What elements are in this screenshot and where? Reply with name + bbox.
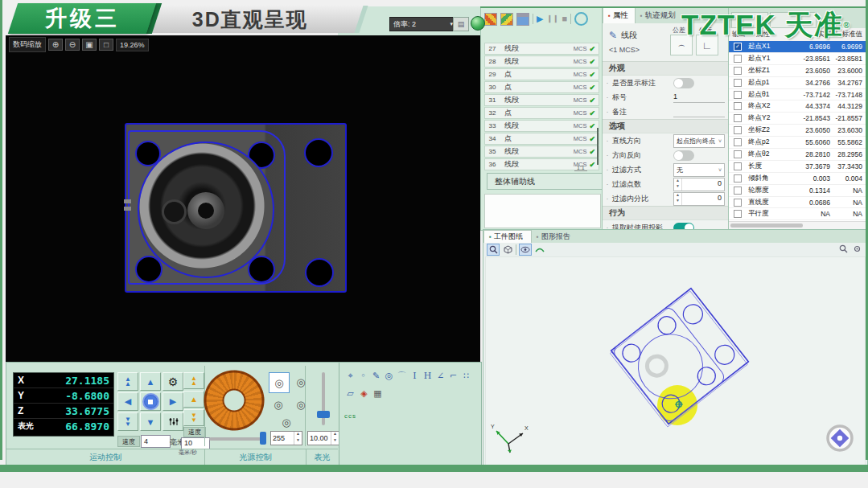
output-checkbox[interactable] [734, 162, 742, 170]
camera-status-orb-icon[interactable] [471, 16, 485, 31]
results-tab[interactable] [731, 12, 768, 28]
output-checkbox[interactable] [734, 91, 742, 99]
output-checkbox[interactable] [734, 199, 742, 207]
toggle-switch[interactable] [673, 150, 694, 161]
region-zoom-icon[interactable]: ▣ [82, 39, 97, 51]
output-checkbox[interactable] [734, 174, 742, 182]
result-row[interactable]: 起点p134.276634.2767 [729, 77, 867, 89]
step-row[interactable]: 31线段MCS✔ [484, 94, 599, 106]
toggle-switch[interactable] [673, 78, 694, 88]
pause-icon[interactable]: ❙❙ [546, 15, 558, 23]
output-checkbox[interactable] [734, 126, 742, 134]
output-checkbox[interactable] [734, 67, 742, 75]
arc-tool-icon[interactable]: ⌒ [396, 369, 408, 382]
zoom-out-icon[interactable]: ⊖ [65, 39, 80, 51]
z-speed-input[interactable]: 10 [181, 437, 210, 449]
step-row[interactable]: 30点MCS✔ [484, 81, 599, 93]
spin-down-icon[interactable]: ▼ [294, 438, 302, 445]
fillet-tool-icon[interactable]: ⌐ [447, 369, 459, 382]
property-spinner[interactable]: ▲▼0 [673, 192, 725, 206]
loop-icon[interactable] [574, 12, 588, 26]
tab-properties[interactable]: ▪ 属性 [603, 7, 636, 23]
result-row[interactable]: 轮廓度0.1314NA [729, 185, 867, 197]
cad-zoom-icon[interactable] [837, 244, 849, 254]
z-up-fast-button[interactable]: ▲▲ [183, 372, 204, 389]
csys-tool-icon[interactable]: ⌖ [344, 369, 356, 382]
result-row[interactable]: 长度37.367937.3430 [729, 161, 867, 173]
result-row[interactable]: ✓起点X16.96966.9699 [729, 41, 867, 53]
property-input[interactable] [673, 106, 725, 117]
zoom-in-icon[interactable]: ⊕ [48, 39, 63, 51]
step-row[interactable]: 34点MCS✔ [484, 133, 599, 145]
overall-auxiliary-line-button[interactable]: 整体辅助线 [487, 173, 605, 190]
joystick-settings-button[interactable] [162, 412, 183, 431]
property-input[interactable]: 1 [673, 92, 725, 103]
step-row[interactable]: 27线段MCS✔ [484, 43, 599, 55]
ring-light-zone-icon[interactable]: ◎ [269, 372, 290, 393]
result-row[interactable]: 倾斜角0.0030.004 [729, 173, 867, 185]
step-row[interactable]: 35线段MCS✔ [484, 146, 599, 158]
zoom-fit-icon[interactable] [487, 244, 500, 256]
jog-down-fast-button[interactable]: ▼▼ [117, 412, 138, 431]
step-row[interactable]: 29点MCS✔ [484, 68, 599, 80]
result-row[interactable]: 直线度0.0686NA [729, 197, 867, 209]
coordinate-button[interactable]: ∟ [696, 35, 718, 55]
tab-trajectory-planning[interactable]: ▪ 轨迹规划 [636, 8, 682, 23]
light-slider-handle[interactable] [260, 432, 266, 445]
step-row[interactable]: 33线段MCS✔ [484, 120, 599, 132]
view-3d-cube-icon[interactable] [502, 244, 513, 255]
calculator-tool-icon[interactable]: ▦ [372, 387, 384, 400]
output-checkbox[interactable] [734, 150, 742, 158]
output-checkbox[interactable] [734, 187, 742, 195]
output-checkbox[interactable] [734, 79, 742, 87]
tolerance-button[interactable]: ⌢ [670, 35, 693, 55]
output-checkbox[interactable] [734, 55, 742, 63]
angle-tool-icon[interactable]: ∠ [434, 369, 446, 382]
save-icon[interactable] [516, 13, 529, 26]
combine-tool-icon[interactable]: ◈ [358, 387, 370, 400]
z-up-button[interactable]: ▲ [183, 391, 204, 408]
width-measure-tool-icon[interactable]: H [422, 369, 434, 382]
stop-icon[interactable]: ■ [562, 14, 568, 23]
magnification-select[interactable]: 倍率: 2 ▾ [389, 17, 457, 31]
output-checkbox[interactable] [734, 102, 742, 110]
spin-down-icon[interactable]: ▼ [674, 184, 681, 191]
surface-light-spinbox[interactable]: 10.00 ▲▼ [307, 431, 339, 445]
tab-graphic-report[interactable]: ▪ 图形报告 [532, 230, 578, 243]
light-intensity-spinbox[interactable]: 255 ▲▼ [270, 431, 302, 445]
light-intensity-slider[interactable] [209, 437, 265, 441]
spin-down-icon[interactable]: ▼ [674, 199, 681, 205]
light-intensity-value[interactable]: 255 [271, 432, 294, 445]
show-annotations-eye-icon[interactable] [519, 244, 532, 256]
result-row[interactable]: 终点Y2-21.8543-21.8557 [729, 113, 867, 125]
jog-down-button[interactable]: ▼ [140, 412, 161, 431]
result-row[interactable]: 终点p255.606055.5862 [729, 137, 867, 149]
fit-view-icon[interactable]: □ [99, 39, 113, 51]
result-row[interactable]: 终点X244.337444.3129 [729, 100, 867, 113]
step-row[interactable]: 32点MCS✔ [484, 107, 599, 119]
point-tool-icon[interactable]: ◦ [357, 369, 369, 382]
result-row[interactable]: 坐标Z123.605023.6000 [729, 65, 867, 77]
jog-stop-button[interactable] [140, 392, 161, 411]
jog-up-button[interactable]: ▲ [140, 372, 161, 391]
height-measure-tool-icon[interactable]: I [409, 369, 421, 382]
ring-light-zone-icon[interactable]: ◎ [291, 395, 311, 414]
output-checkbox[interactable] [734, 210, 742, 218]
results-tab[interactable] [770, 12, 817, 28]
property-select[interactable]: 无˅ [673, 163, 725, 177]
property-spinner[interactable]: ▲▼0 [673, 178, 725, 191]
tab-workpiece-drawing[interactable]: ▪ 工件图纸 [483, 230, 532, 243]
show-profile-icon[interactable] [534, 244, 545, 255]
ring-light-zone-icon[interactable]: ◎ [269, 395, 288, 414]
result-row[interactable]: 起点θ1-73.7142-73.7148 [729, 89, 867, 101]
column-header[interactable]: 输出 [729, 30, 755, 39]
edit-program-icon[interactable] [500, 13, 513, 26]
surface-light-slider-handle[interactable] [317, 411, 330, 418]
scrollbar-thumb[interactable] [597, 128, 599, 165]
result-row[interactable]: 终点θ228.281028.2956 [729, 149, 867, 161]
circle-tool-icon[interactable]: ◎ [383, 369, 395, 382]
jog-up-fast-button[interactable]: ▲▲ [117, 372, 138, 391]
horizontal-scrollbar[interactable] [729, 221, 867, 229]
step-row[interactable]: 28线段MCS✔ [484, 55, 599, 68]
result-row[interactable]: 坐标Z223.605023.6030 [729, 125, 867, 137]
